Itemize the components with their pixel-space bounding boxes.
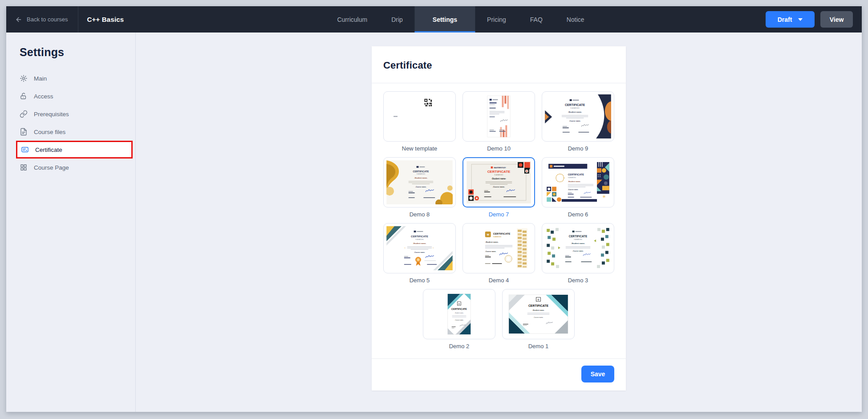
arrow-left-icon	[15, 16, 22, 23]
template-tile-new[interactable]	[383, 91, 456, 142]
svg-text:-Student name-: -Student name-	[532, 309, 545, 311]
topbar-tabs: Curriculum Drip Settings Pricing FAQ Not…	[325, 6, 596, 33]
svg-text:-Course name-: -Course name-	[455, 319, 464, 321]
template-tile-demo-3[interactable]: CERTIFICATE IS AWARDED -Student name- -C…	[542, 223, 614, 273]
template-label[interactable]: Demo 7	[462, 211, 535, 218]
svg-text:CERTIFICATE: CERTIFICATE	[413, 170, 429, 173]
tab-pricing[interactable]: Pricing	[475, 6, 518, 33]
tab-drip[interactable]: Drip	[379, 6, 415, 33]
template-label[interactable]: Demo 5	[383, 277, 456, 284]
svg-text:M: M	[487, 233, 489, 236]
svg-text:-Course name-: -Course name-	[415, 186, 427, 188]
svg-text:-Student name-: -Student name-	[454, 312, 463, 314]
template-tile-demo-9[interactable]: CERTIFICATE IS AWARDED -Student name- -C…	[542, 91, 614, 142]
template-label[interactable]: Demo 1	[502, 343, 575, 350]
svg-text:IS AWARDED: IS AWARDED	[568, 177, 576, 179]
template-cell: M CERTIFICATE -Student name- -Course nam…	[423, 289, 495, 355]
sidebar-list: Main Access Prerequisites	[16, 69, 133, 176]
template-cell: M CERTIFICATE -Student name- -Course nam…	[502, 289, 575, 355]
certificate-thumbnail-demo-4: M CERTIFICATE IS AWARDED -Student name- …	[466, 226, 532, 270]
template-tile-demo-7[interactable]: MASTERSTUDY CERTIFICATE IS AWARDED -Stud…	[462, 157, 535, 207]
certificate-thumbnail-demo-6: CERTIFICATE IS AWARDED -Student name- -C…	[545, 160, 611, 204]
tab-notice[interactable]: Notice	[555, 6, 596, 33]
svg-text:-Course name-: -Course name-	[414, 252, 426, 253]
caret-down-icon	[798, 18, 803, 21]
certificate-thumbnail-demo-10	[466, 94, 532, 138]
draft-status-button[interactable]: Draft	[766, 11, 815, 28]
template-cell: CERTIFICATE IS AWARDED -Student name- -C…	[542, 157, 614, 223]
template-tile-demo-10[interactable]	[462, 91, 535, 142]
svg-text:CERTIFICATE: CERTIFICATE	[451, 308, 467, 310]
template-label[interactable]: Demo 8	[383, 211, 456, 218]
template-label[interactable]: Demo 9	[542, 145, 614, 152]
sidebar-item-label: Prerequisites	[34, 111, 69, 118]
svg-text:-Course name-: -Course name-	[572, 250, 584, 252]
view-label: View	[830, 16, 844, 23]
grid-icon	[20, 163, 28, 171]
certificate-thumbnail-demo-5: CERTIFICATE IS AWARDED -Student name- ‹ …	[386, 226, 453, 270]
template-cell: CERTIFICATE IS AWARDED -Student name- -C…	[542, 223, 614, 289]
template-cell: CERTIFICATE IS AWARDED -Student name- -C…	[542, 91, 614, 157]
gear-icon	[20, 74, 28, 82]
template-label[interactable]: Demo 4	[462, 277, 535, 284]
svg-text:M: M	[538, 299, 539, 301]
template-label[interactable]: Demo 6	[542, 211, 614, 218]
svg-text:CERTIFICATE: CERTIFICATE	[569, 235, 587, 238]
template-tile-demo-5[interactable]: CERTIFICATE IS AWARDED -Student name- ‹ …	[383, 223, 456, 273]
svg-text:CERTIFICATE: CERTIFICATE	[528, 304, 549, 307]
svg-text:IS AWARDED: IS AWARDED	[417, 173, 426, 175]
card-title: Certificate	[383, 60, 614, 71]
template-cell: MASTERSTUDY CERTIFICATE IS AWARDED -Stud…	[462, 157, 535, 223]
template-cell: M CERTIFICATE IS AWARDED -Student name- …	[462, 223, 535, 289]
template-tile-demo-1[interactable]: M CERTIFICATE -Student name- -Course nam…	[502, 289, 575, 339]
template-cell: New template	[383, 91, 456, 157]
svg-text:‹: ‹	[405, 246, 406, 249]
sidebar-item-certificate[interactable]: Certificate	[16, 141, 133, 159]
svg-text:›: ›	[433, 246, 434, 249]
certificate-icon	[21, 146, 29, 154]
settings-sidebar: Settings Main Access	[6, 33, 136, 412]
certificate-thumbnail-demo-3: CERTIFICATE IS AWARDED -Student name- -C…	[545, 226, 611, 270]
svg-text:-Student name-: -Student name-	[571, 242, 585, 244]
sidebar-item-label: Certificate	[35, 146, 62, 153]
tab-settings[interactable]: Settings	[415, 6, 475, 33]
template-tile-demo-4[interactable]: M CERTIFICATE IS AWARDED -Student name- …	[462, 223, 535, 273]
template-label[interactable]: New template	[383, 145, 456, 152]
template-cell: CERTIFICATE IS AWARDED -Student name- -C…	[383, 157, 456, 223]
template-tile-demo-8[interactable]: CERTIFICATE IS AWARDED -Student name- -C…	[383, 157, 456, 207]
save-button[interactable]: Save	[581, 366, 614, 382]
svg-text:-Course name-: -Course name-	[568, 189, 579, 191]
topbar-actions: Draft View	[766, 11, 853, 28]
sidebar-item-main[interactable]: Main	[16, 69, 133, 87]
template-label[interactable]: Demo 3	[542, 277, 614, 284]
lock-icon	[20, 92, 28, 100]
sidebar-item-label: Main	[34, 75, 47, 82]
svg-text:-Student name-: -Student name-	[491, 178, 507, 180]
tab-faq[interactable]: FAQ	[518, 6, 555, 33]
file-icon	[20, 128, 28, 136]
template-tile-demo-6[interactable]: CERTIFICATE IS AWARDED -Student name- -C…	[542, 157, 614, 207]
svg-text:-Course name-: -Course name-	[493, 186, 505, 188]
sidebar-item-label: Access	[34, 93, 53, 100]
back-label: Back to courses	[27, 16, 68, 23]
svg-text:-Student name-: -Student name-	[414, 177, 428, 179]
back-to-courses-button[interactable]: Back to courses	[15, 16, 68, 23]
sidebar-item-access[interactable]: Access	[16, 87, 133, 105]
view-button[interactable]: View	[820, 11, 853, 28]
svg-text:CERTIFICATE: CERTIFICATE	[493, 232, 511, 235]
svg-text:IS AWARDED: IS AWARDED	[494, 174, 503, 176]
draft-label: Draft	[778, 16, 792, 23]
certificate-thumbnail-demo-1: M CERTIFICATE -Student name- -Course nam…	[505, 292, 572, 336]
template-label[interactable]: Demo 2	[423, 343, 495, 350]
template-cell: Demo 10	[462, 91, 535, 157]
sidebar-item-course-page[interactable]: Course Page	[16, 159, 133, 176]
main-area: Certificate	[136, 33, 862, 412]
topbar: Back to courses C++ Basics Curriculum Dr…	[6, 6, 862, 33]
template-tile-demo-2[interactable]: M CERTIFICATE -Student name- -Course nam…	[423, 289, 495, 339]
svg-text:-Course name-: -Course name-	[485, 251, 497, 252]
template-label[interactable]: Demo 10	[462, 145, 535, 152]
sidebar-item-course-files[interactable]: Course files	[16, 123, 133, 141]
svg-text:IS AWARDED: IS AWARDED	[415, 239, 424, 240]
tab-curriculum[interactable]: Curriculum	[325, 6, 379, 33]
sidebar-item-prerequisites[interactable]: Prerequisites	[16, 105, 133, 123]
